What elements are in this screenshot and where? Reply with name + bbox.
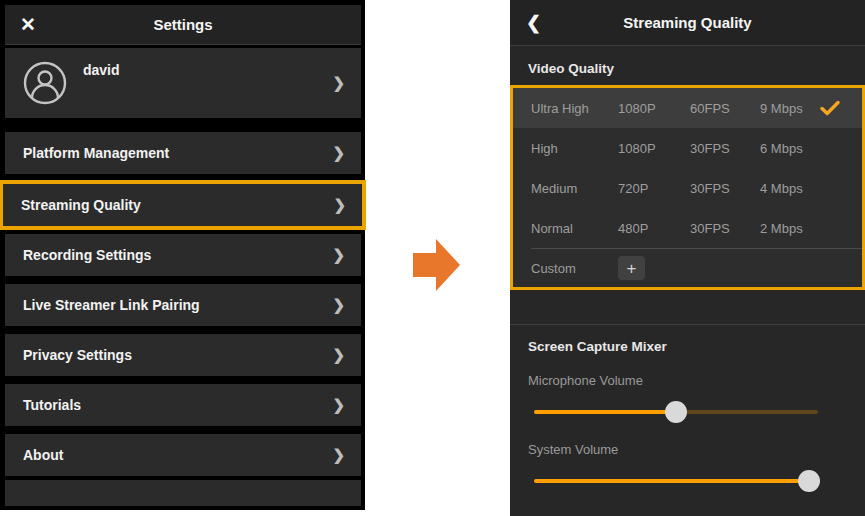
empty-list-row [5,480,361,506]
streaming-quality-screen: ❮ Streaming Quality Video Quality Ultra … [510,0,865,516]
quality-fps: 30FPS [690,221,760,236]
settings-title: Settings [5,16,361,33]
microphone-volume-slider[interactable] [534,401,818,423]
quality-fps: 60FPS [690,101,760,116]
slider-fill [534,410,676,414]
video-quality-label: Video Quality [510,46,865,85]
microphone-volume-label: Microphone Volume [528,373,847,388]
check-icon [820,100,840,116]
chevron-right-icon: ❯ [332,396,345,414]
menu-item-tutorials[interactable]: Tutorials ❯ [5,384,361,426]
quality-option-high[interactable]: High 1080P 30FPS 6 Mbps [513,128,862,168]
chevron-right-icon: ❯ [332,246,345,264]
chevron-right-icon: ❯ [332,296,345,314]
chevron-right-icon: ❯ [332,446,345,464]
settings-menu: Platform Management ❯ Streaming Quality … [5,132,361,506]
menu-item-recording-settings[interactable]: Recording Settings ❯ [5,234,361,276]
settings-header: ✕ Settings [5,5,361,45]
menu-item-platform-management[interactable]: Platform Management ❯ [5,132,361,174]
quality-bitrate: 6 Mbps [760,141,820,156]
system-volume-label: System Volume [528,442,847,457]
chevron-right-icon: ❯ [332,144,345,162]
avatar-icon [23,61,67,105]
menu-item-privacy-settings[interactable]: Privacy Settings ❯ [5,334,361,376]
quality-option-ultra-high[interactable]: Ultra High 1080P 60FPS 9 Mbps [513,88,862,128]
quality-fps: 30FPS [690,181,760,196]
custom-label: Custom [531,261,618,276]
screen-capture-mixer-section: Screen Capture Mixer Microphone Volume S… [510,325,865,492]
slider-thumb[interactable] [798,470,820,492]
mixer-title: Screen Capture Mixer [528,339,847,354]
menu-item-live-streamer-link-pairing[interactable]: Live Streamer Link Pairing ❯ [5,284,361,326]
menu-label: Privacy Settings [23,347,132,363]
quality-option-custom: Custom + [513,249,862,287]
system-volume-slider[interactable] [534,470,818,492]
settings-screen: ✕ Settings david ❯ Platform Management ❯… [0,0,365,510]
screenshot-stage: ✕ Settings david ❯ Platform Management ❯… [0,0,865,516]
quality-name: Ultra High [531,101,618,116]
profile-username: david [83,62,332,78]
profile-row[interactable]: david ❯ [5,48,361,118]
slider-fill [534,479,809,483]
menu-label: Platform Management [23,145,169,161]
quality-resolution: 480P [618,221,690,236]
add-custom-quality-button[interactable]: + [618,256,645,280]
streaming-quality-header: ❮ Streaming Quality [510,0,865,46]
menu-label: About [23,447,63,463]
quality-resolution: 720P [618,181,690,196]
quality-bitrate: 2 Mbps [760,221,820,236]
menu-label: Tutorials [23,397,81,413]
quality-name: Medium [531,181,618,196]
menu-label: Live Streamer Link Pairing [23,297,200,313]
quality-bitrate: 4 Mbps [760,181,820,196]
slider-thumb[interactable] [665,401,687,423]
menu-label: Recording Settings [23,247,151,263]
menu-item-streaming-quality[interactable]: Streaming Quality ❯ [3,184,362,226]
quality-name: High [531,141,618,156]
streaming-quality-title: Streaming Quality [510,14,865,31]
quality-fps: 30FPS [690,141,760,156]
quality-bitrate: 9 Mbps [760,101,820,116]
quality-resolution: 1080P [618,101,690,116]
chevron-right-icon: ❯ [332,346,345,364]
menu-item-about[interactable]: About ❯ [5,434,361,476]
quality-resolution: 1080P [618,141,690,156]
streaming-quality-highlight-ring: Streaming Quality ❯ [0,180,366,230]
menu-label: Streaming Quality [21,197,141,213]
quality-option-medium[interactable]: Medium 720P 30FPS 4 Mbps [513,168,862,208]
quality-option-normal[interactable]: Normal 480P 30FPS 2 Mbps [513,208,862,248]
chevron-right-icon: ❯ [332,74,345,92]
chevron-right-icon: ❯ [333,196,346,214]
transition-arrow-icon [413,238,461,292]
video-quality-table-highlight-ring: Ultra High 1080P 60FPS 9 Mbps High 1080P… [510,85,865,290]
quality-name: Normal [531,221,618,236]
